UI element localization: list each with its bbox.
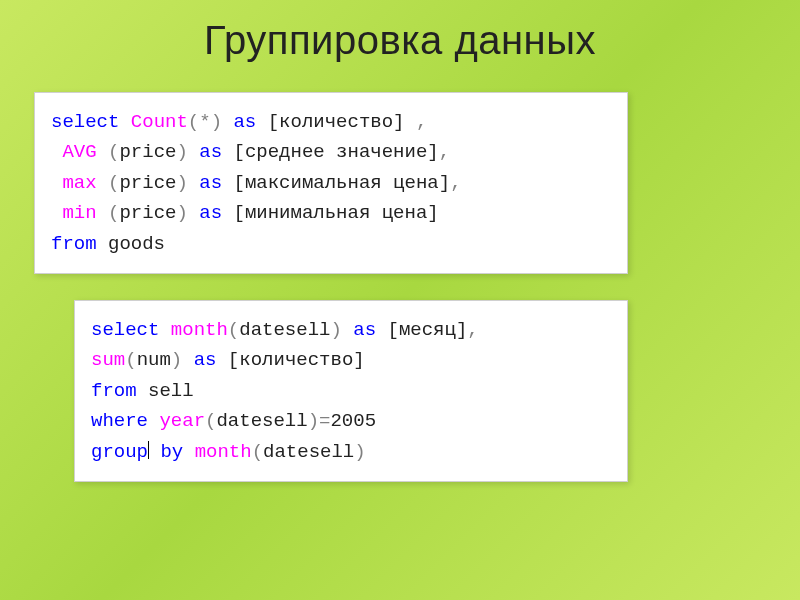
paren: ) bbox=[330, 319, 341, 341]
kw-as: as bbox=[199, 202, 222, 224]
fn-month: month bbox=[195, 441, 252, 463]
sp bbox=[148, 410, 159, 432]
fn-year: year bbox=[159, 410, 205, 432]
code-content-1: select Count(*) as [количество] , AVG (p… bbox=[51, 107, 611, 259]
sp bbox=[97, 141, 108, 163]
paren: ) bbox=[176, 202, 187, 224]
arg: datesell bbox=[239, 319, 330, 341]
comma: , bbox=[439, 141, 450, 163]
paren: ( bbox=[125, 349, 136, 371]
alias: [количество] bbox=[256, 111, 416, 133]
val: 2005 bbox=[330, 410, 376, 432]
paren: ) bbox=[176, 141, 187, 163]
kw-group: group bbox=[91, 441, 148, 463]
paren: ( bbox=[252, 441, 263, 463]
alias: [среднее значение] bbox=[222, 141, 439, 163]
kw-by: by bbox=[149, 441, 195, 463]
fn-min: min bbox=[62, 202, 96, 224]
arg: price bbox=[119, 141, 176, 163]
paren: ) bbox=[211, 111, 222, 133]
slide-title: Группировка данных bbox=[0, 0, 800, 73]
arg: num bbox=[137, 349, 171, 371]
alias: [минимальная цена] bbox=[222, 202, 439, 224]
fn-max: max bbox=[62, 172, 96, 194]
eq: = bbox=[319, 410, 330, 432]
kw-as: as bbox=[353, 319, 376, 341]
paren: ( bbox=[108, 172, 119, 194]
kw-as: as bbox=[199, 172, 222, 194]
paren: ( bbox=[205, 410, 216, 432]
kw-from: from bbox=[91, 380, 137, 402]
sp bbox=[97, 172, 108, 194]
paren: ( bbox=[108, 202, 119, 224]
kw-where: where bbox=[91, 410, 148, 432]
comma: , bbox=[467, 319, 478, 341]
paren: ( bbox=[188, 111, 199, 133]
star: * bbox=[199, 111, 210, 133]
slide: Группировка данных select Count(*) as [к… bbox=[0, 0, 800, 600]
arg: datesell bbox=[216, 410, 307, 432]
arg: price bbox=[119, 172, 176, 194]
fn-sum: sum bbox=[91, 349, 125, 371]
kw-select: select bbox=[51, 111, 119, 133]
paren: ( bbox=[228, 319, 239, 341]
paren: ( bbox=[108, 141, 119, 163]
table: goods bbox=[97, 233, 165, 255]
kw-as: as bbox=[199, 141, 222, 163]
comma: , bbox=[450, 172, 461, 194]
comma: , bbox=[416, 111, 427, 133]
fn-count: Count bbox=[131, 111, 188, 133]
kw-select: select bbox=[91, 319, 159, 341]
kw-from: from bbox=[51, 233, 97, 255]
fn-month: month bbox=[171, 319, 228, 341]
paren: ) bbox=[171, 349, 182, 371]
alias: [месяц] bbox=[376, 319, 467, 341]
paren: ) bbox=[308, 410, 319, 432]
code-block-1: select Count(*) as [количество] , AVG (p… bbox=[34, 92, 628, 274]
code-block-2: select month(datesell) as [месяц], sum(n… bbox=[74, 300, 628, 482]
paren: ) bbox=[354, 441, 365, 463]
alias: [максимальная цена] bbox=[222, 172, 450, 194]
paren: ) bbox=[176, 172, 187, 194]
kw-as: as bbox=[194, 349, 217, 371]
sp bbox=[97, 202, 108, 224]
alias: [количество] bbox=[216, 349, 364, 371]
arg: datesell bbox=[263, 441, 354, 463]
fn-avg: AVG bbox=[62, 141, 96, 163]
kw-as: as bbox=[233, 111, 256, 133]
table: sell bbox=[137, 380, 194, 402]
code-content-2: select month(datesell) as [месяц], sum(n… bbox=[91, 315, 611, 467]
arg: price bbox=[119, 202, 176, 224]
